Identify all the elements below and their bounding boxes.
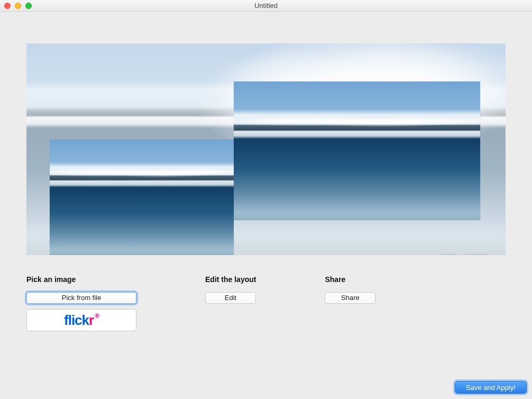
pick-from-file-button[interactable]: Pick from file — [26, 292, 136, 304]
preview-monitor-right[interactable] — [234, 81, 480, 220]
window-traffic-lights — [4, 3, 32, 9]
minimize-icon[interactable] — [15, 3, 21, 9]
save-and-apply-button[interactable]: Save and Apply! — [455, 381, 527, 394]
pick-image-section: Pick an image Pick from file flickr® — [26, 275, 136, 331]
share-section: Share Share — [325, 275, 375, 331]
zoom-icon[interactable] — [25, 3, 32, 9]
flickr-logo-icon: flickr® — [64, 312, 99, 329]
edit-button[interactable]: Edit — [205, 292, 256, 304]
titlebar: Untitled — [0, 0, 532, 12]
content-area: Pick an image Pick from file flickr® Edi… — [0, 12, 532, 331]
wallpaper-preview[interactable] — [26, 43, 506, 255]
edit-layout-section: Edit the layout Edit — [205, 275, 256, 331]
pick-from-flickr-button[interactable]: flickr® — [26, 309, 136, 331]
close-icon[interactable] — [4, 3, 11, 9]
pick-image-heading: Pick an image — [26, 275, 136, 284]
controls-row: Pick an image Pick from file flickr® Edi… — [26, 275, 506, 331]
edit-layout-heading: Edit the layout — [205, 275, 256, 284]
share-heading: Share — [325, 275, 375, 284]
preview-monitor-left[interactable] — [50, 140, 234, 255]
window-title: Untitled — [0, 2, 532, 10]
share-button[interactable]: Share — [325, 292, 375, 304]
